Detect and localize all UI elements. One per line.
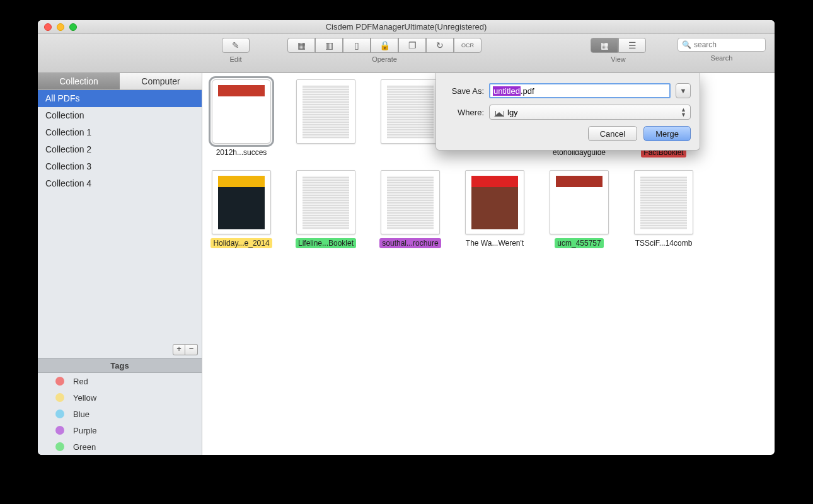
save-as-label: Save As: xyxy=(445,86,484,96)
tag-green[interactable]: Green xyxy=(38,438,202,455)
tag-purple[interactable]: Purple xyxy=(38,422,202,438)
chevron-down-icon: ▼ xyxy=(680,87,687,94)
file-label: TSSciF...14comb xyxy=(633,238,695,248)
operate-btn-3[interactable]: ▯ xyxy=(343,38,371,53)
pencil-icon: ✎ xyxy=(232,40,239,50)
sidebar-item-collection-1[interactable]: Collection 1 xyxy=(38,124,202,141)
sidebar-item-all-pdfs[interactable]: All PDFs xyxy=(38,90,202,107)
window-title: Cisdem PDFManagerUltimate(Unregistered) xyxy=(38,22,775,32)
file-label: Lifeline...Booklet xyxy=(296,238,356,248)
toolbar-label-edit: Edit xyxy=(230,55,242,63)
toolbar-label-operate: Operate xyxy=(372,55,397,63)
remove-collection-button[interactable]: − xyxy=(185,344,198,355)
add-collection-button[interactable]: + xyxy=(173,344,185,355)
view-grid-button[interactable]: ▦ xyxy=(591,38,618,53)
tag-label: Red xyxy=(73,377,88,386)
where-select[interactable]: lgy ▲▼ xyxy=(489,105,691,120)
toolbar-label-search: Search xyxy=(711,54,733,62)
file-thumbnail[interactable] xyxy=(465,170,524,234)
search-box[interactable]: 🔍 xyxy=(678,38,766,52)
refresh-icon: ↻ xyxy=(436,40,444,50)
file-thumbnail[interactable] xyxy=(381,170,440,234)
file-thumbnail[interactable] xyxy=(550,170,609,234)
file-thumbnail[interactable] xyxy=(634,170,693,234)
file-label: ucm_455757 xyxy=(555,238,603,248)
edit-button[interactable]: ✎ xyxy=(222,38,250,53)
file-card[interactable] xyxy=(294,79,357,158)
cancel-button[interactable]: Cancel xyxy=(588,126,637,141)
toolbar-group-operate: ▦ ▥ ▯ 🔒 ❐ ↻ OCR Operate xyxy=(287,38,481,63)
titlebar: Cisdem PDFManagerUltimate(Unregistered) xyxy=(38,20,775,34)
file-thumbnail[interactable] xyxy=(212,79,271,144)
toolbar-group-search: 🔍 Search xyxy=(678,38,766,62)
sidebar-add-remove: + − xyxy=(38,341,202,358)
sidebar-item-collection-2[interactable]: Collection 2 xyxy=(38,141,202,158)
save-as-input[interactable]: untitled.pdf xyxy=(489,83,671,98)
dot-icon xyxy=(55,377,64,386)
dot-icon xyxy=(55,410,64,418)
file-card[interactable]: The Wa...Weren't xyxy=(463,170,526,248)
merge-button[interactable]: Merge xyxy=(643,126,691,141)
home-icon xyxy=(495,108,504,116)
dot-icon xyxy=(55,426,64,435)
dot-icon xyxy=(55,393,64,402)
view-list-button[interactable]: ☰ xyxy=(618,38,646,53)
content-area: 2012h...succesetoholidayguideFactBooklet… xyxy=(202,73,775,455)
tag-blue[interactable]: Blue xyxy=(38,406,202,422)
file-label: southal...rochure xyxy=(379,238,441,248)
operate-btn-2[interactable]: ▥ xyxy=(315,38,343,53)
file-label xyxy=(323,147,328,149)
where-value: lgy xyxy=(507,108,518,117)
operate-btn-4[interactable]: 🔒 xyxy=(371,38,398,53)
tag-label: Yellow xyxy=(73,393,96,403)
toolbar-group-edit: ✎ Edit xyxy=(222,38,250,63)
file-card[interactable]: southal...rochure xyxy=(379,170,442,248)
tag-label: Purple xyxy=(73,426,97,435)
file-thumbnail[interactable] xyxy=(212,170,271,234)
file-card[interactable]: ucm_455757 xyxy=(548,170,611,248)
file-thumbnail[interactable] xyxy=(296,170,355,234)
sidebar-item-collection-3[interactable]: Collection 3 xyxy=(38,158,202,175)
file-card[interactable] xyxy=(379,79,442,158)
filename-rest: .pdf xyxy=(521,86,534,96)
file-thumbnail[interactable] xyxy=(296,79,355,144)
app-window: Cisdem PDFManagerUltimate(Unregistered) … xyxy=(38,20,775,455)
tag-yellow[interactable]: Yellow xyxy=(38,389,202,406)
file-label: 2012h...succes xyxy=(214,147,270,158)
file-card[interactable]: TSSciF...14comb xyxy=(632,170,695,248)
grid-icon: ▦ xyxy=(297,40,306,50)
file-label: The Wa...Weren't xyxy=(463,238,526,248)
sidebar-item-collection[interactable]: Collection xyxy=(38,107,202,124)
file-thumbnail[interactable] xyxy=(381,79,440,144)
sidebar-item-collection-4[interactable]: Collection 4 xyxy=(38,175,202,192)
file-label: Holiday...e_2014 xyxy=(210,238,272,248)
grid-view-icon: ▦ xyxy=(601,40,609,50)
operate-btn-5[interactable]: ❐ xyxy=(398,38,426,53)
toolbar: ✎ Edit ▦ ▥ ▯ 🔒 ❐ ↻ OCR Operate ▦ ☰ xyxy=(38,34,775,73)
file-card[interactable]: Lifeline...Booklet xyxy=(294,170,357,248)
sidebar: Collection Computer All PDFs Collection … xyxy=(38,73,202,455)
search-input[interactable] xyxy=(694,40,761,49)
dot-icon xyxy=(55,442,64,451)
ocr-icon: OCR xyxy=(461,42,474,49)
where-label: Where: xyxy=(445,108,484,117)
lock-icon: 🔒 xyxy=(379,40,390,50)
filename-selected: untitled xyxy=(493,86,521,96)
column-icon: ▯ xyxy=(354,40,359,50)
toolbar-group-view: ▦ ☰ View xyxy=(591,38,646,63)
expand-dialog-button[interactable]: ▼ xyxy=(676,83,691,98)
file-label xyxy=(408,147,413,149)
sidebar-tab-computer[interactable]: Computer xyxy=(120,73,202,90)
tag-red[interactable]: Red xyxy=(38,373,202,389)
sidebar-list: All PDFs Collection Collection 1 Collect… xyxy=(38,90,202,192)
operate-btn-7[interactable]: OCR xyxy=(454,38,481,53)
tags-header: Tags xyxy=(38,358,202,373)
operate-btn-1[interactable]: ▦ xyxy=(287,38,315,53)
save-dialog: Save As: untitled.pdf ▼ Where: lgy ▲▼ Ca… xyxy=(435,73,700,151)
search-icon: 🔍 xyxy=(682,40,691,49)
sidebar-tab-collection[interactable]: Collection xyxy=(38,73,120,90)
split-icon: ▥ xyxy=(325,40,333,50)
file-card[interactable]: 2012h...succes xyxy=(210,79,273,158)
file-card[interactable]: Holiday...e_2014 xyxy=(210,170,273,248)
operate-btn-6[interactable]: ↻ xyxy=(426,38,454,53)
